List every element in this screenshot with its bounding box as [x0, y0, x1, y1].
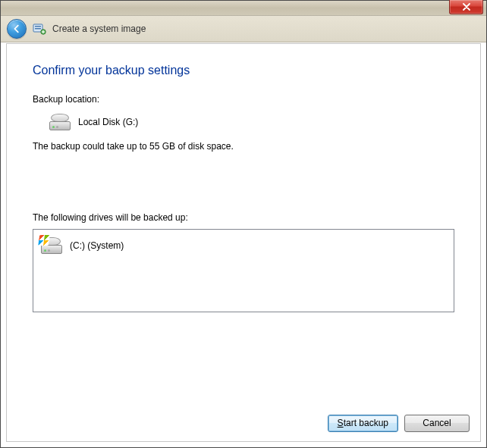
backup-location-row: Local Disk (G:) — [33, 114, 454, 130]
window-title: Create a system image — [52, 23, 146, 34]
backup-location-label: Backup location: — [33, 94, 454, 105]
backup-location-value: Local Disk (G:) — [78, 117, 138, 127]
page-heading: Confirm your backup settings — [33, 64, 454, 77]
drive-label: (C:) (System) — [70, 240, 124, 251]
drives-list: (C:) (System) — [33, 229, 454, 312]
navbar: Create a system image — [1, 16, 486, 42]
svg-rect-2 — [35, 28, 41, 30]
svg-rect-1 — [35, 26, 41, 27]
back-button[interactable] — [7, 19, 27, 39]
close-icon — [462, 3, 471, 11]
button-bar: Start backup Cancel — [7, 405, 480, 441]
list-item: (C:) (System) — [41, 236, 446, 255]
cancel-button[interactable]: Cancel — [404, 415, 470, 432]
wizard-icon — [33, 22, 46, 36]
start-backup-button[interactable]: Start backup — [328, 415, 398, 432]
drives-list-label: The following drives will be backed up: — [33, 212, 454, 223]
content-panel: Confirm your backup settings Backup loca… — [6, 43, 481, 442]
wizard-window: Create a system image Confirm your backu… — [0, 0, 487, 448]
hard-drive-icon — [49, 114, 71, 130]
titlebar — [1, 1, 486, 16]
close-button[interactable] — [449, 0, 483, 14]
back-arrow-icon — [11, 23, 22, 34]
system-drive-icon — [41, 237, 62, 254]
size-estimate-text: The backup could take up to 55 GB of dis… — [33, 141, 454, 152]
